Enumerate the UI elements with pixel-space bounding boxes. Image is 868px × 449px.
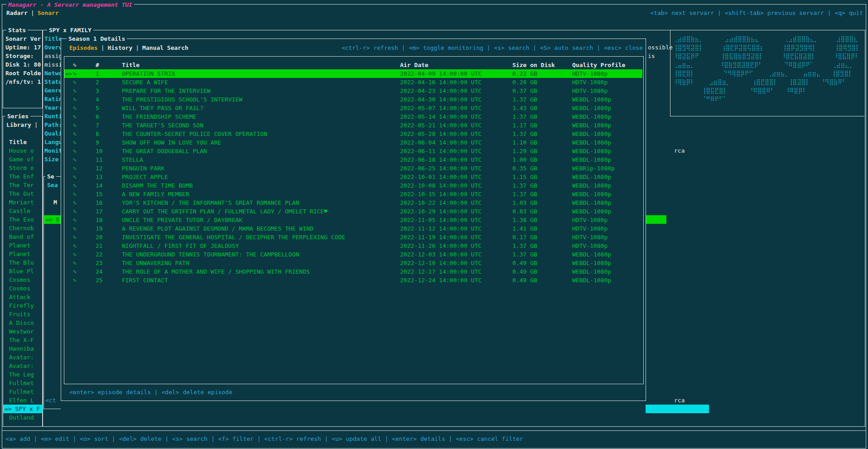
episode-row[interactable]: ✎19A REVENGE PLOT AGAINST DESMOND / MAMA…: [64, 224, 642, 233]
episode-row[interactable]: ✎3PREPARE FOR THE INTERVIEW2022-04-23 14…: [64, 87, 642, 95]
series-list-item[interactable]: Fullmet: [9, 379, 34, 387]
episode-row[interactable]: ✎23THE UNWAVERING PATH2022-12-10 14:00:0…: [64, 259, 642, 267]
series-list-item[interactable]: Band of: [9, 232, 34, 241]
series-list-item[interactable]: Fullmet: [9, 387, 34, 396]
modal-tab-divider: |: [132, 44, 142, 51]
episode-row[interactable]: ✎9SHOW OFF HOW IN LOVE YOU ARE2022-06-04…: [64, 138, 642, 147]
series-list-item[interactable]: The Exo: [9, 215, 34, 224]
episode-title: PENGUIN PARK: [122, 164, 164, 173]
series-list-item[interactable]: Cosmos: [9, 284, 30, 293]
library-tab-row: Library|: [6, 121, 38, 129]
series-list-item[interactable]: Chernob: [9, 224, 34, 232]
episode-size: 0.37 GB: [512, 87, 537, 95]
logo-art-line: ⢸⣿⣟⣿⡇ ⠙⠻⢿⣿⡿⠟⠋ ⢀⣴⣶⣦⡀ ⣤⣶⣶⣄ ⢸⣿⣻⣿⡇: [673, 69, 856, 77]
episode-row[interactable]: ✎18UNCLE THE PRIVATE TUTOR / DAYBREAK202…: [64, 216, 642, 224]
episode-edit-icon: ✎: [73, 233, 77, 241]
series-list-item[interactable]: Blue Pl: [9, 267, 34, 275]
episode-title: INVESTIGATE THE GENERAL HOSPITAL / DECIP…: [122, 233, 345, 241]
episode-size: 1.00 GB: [512, 155, 537, 164]
episode-edit-icon: ✎: [73, 224, 77, 233]
tab-history[interactable]: History: [107, 44, 132, 51]
episode-number: 14: [96, 181, 103, 190]
series-list-item[interactable]: Hanniba: [9, 344, 34, 353]
episode-quality: HDTV-1080p: [572, 216, 608, 224]
series-list-item[interactable]: Storm o: [9, 164, 34, 172]
field-value-fragment: rca: [674, 396, 685, 405]
episode-row[interactable]: ✎11STELLA2022-06-18 14:00:00 UTC1.00 GBW…: [64, 155, 642, 164]
episode-size: 0.17 GB: [512, 233, 537, 241]
episode-row[interactable]: ✎20INVESTIGATE THE GENERAL HOSPITAL / DE…: [64, 233, 642, 241]
episode-edit-icon: ✎: [73, 130, 77, 138]
series-list-item[interactable]: House o: [9, 146, 34, 155]
tab-library[interactable]: Library: [6, 121, 31, 128]
tab-sonarr[interactable]: Sonarr: [38, 10, 59, 16]
episode-row[interactable]: ✎2SECURE A WIFE2022-04-16 14:00:00 UTC0.…: [64, 78, 642, 87]
logo-art-line: ⢀⣤⣶⣤⡀ ⠸⣿⣷⣻⣿⣽⣿⣟⡿⠃ ⠙⠿⣿⣾⡿⠟⠁ ⢀⣴⣶⣄⡀: [673, 60, 857, 69]
episode-row[interactable]: ✎21NIGHTFALL / FIRST FIT OF JEALOUSY2022…: [64, 241, 642, 250]
tab-manual-search[interactable]: Manual Search: [142, 44, 188, 51]
episode-title: THE PRESTIGIOUS SCHOOL'S INTERVIEW: [122, 95, 242, 104]
series-list-item[interactable]: Attack: [9, 293, 30, 301]
episode-edit-icon: ✎: [73, 181, 77, 190]
field-label-fragment: Monit: [44, 146, 62, 155]
episode-row[interactable]: ✎16YOR'S KITCHEN / THE INFORMANT'S GREAT…: [64, 198, 642, 207]
series-list-item[interactable]: Avatar:: [9, 353, 34, 362]
episode-row[interactable]: ✎5WILL THEY PASS OR FAIL?2022-05-07 14:0…: [64, 104, 642, 112]
episode-row[interactable]: ✎4THE PRESTIGIOUS SCHOOL'S INTERVIEW2022…: [64, 95, 642, 104]
series-list-item[interactable]: The Out: [9, 189, 34, 198]
series-list-item[interactable]: The Blu: [9, 258, 34, 267]
episode-air-date: 2022-05-21 14:00:00 UTC: [400, 121, 482, 130]
series-list-item[interactable]: Elfen L: [9, 396, 34, 405]
episode-quality: HDTV-1080p: [572, 233, 608, 241]
episode-air-date: 2022-10-15 14:00:00 UTC: [400, 190, 482, 198]
episode-row[interactable]: ✎24THE ROLE OF A MOTHER AND WIFE / SHOPP…: [64, 267, 642, 276]
episode-row[interactable]: ✎17CARRY OUT THE GRIFFIN PLAN / FULLMETA…: [64, 207, 642, 216]
episode-row[interactable]: ✎15A NEW FAMILY MEMBER2022-10-15 14:00:0…: [64, 190, 642, 198]
episode-edit-icon: ✎: [73, 216, 77, 224]
episode-size: 0.49 GB: [512, 259, 537, 267]
episode-row[interactable]: ✎8THE COUNTER-SECRET POLICE COVER OPERAT…: [64, 130, 642, 138]
episode-size: 1.10 GB: [512, 138, 537, 147]
series-list-item[interactable]: Castle: [9, 207, 30, 215]
series-list-item[interactable]: Planet: [9, 241, 30, 250]
episode-row[interactable]: =>✎1OPERATION STRIX2022-04-09 14:00:00 U…: [64, 69, 642, 78]
series-list-item[interactable]: Westwor: [9, 327, 34, 336]
episode-row[interactable]: ✎25FIRST CONTACT2022-12-24 14:00:00 UTC0…: [64, 276, 642, 285]
series-list-item[interactable]: A Disco: [9, 319, 34, 327]
series-list-item[interactable]: Avatar:: [9, 362, 34, 370]
series-list-item[interactable]: Firefly: [9, 301, 34, 310]
series-list-item[interactable]: The Ter: [9, 181, 34, 189]
episode-number: 17: [96, 207, 103, 216]
episode-quality: WEBDL-1080p: [572, 104, 611, 112]
episode-row[interactable]: ✎10THE GREAT DODGEBALL PLAN2022-06-11 14…: [64, 147, 642, 155]
tab-episodes[interactable]: Episodes: [69, 44, 98, 51]
field-label-fragment: Title: [44, 34, 62, 43]
episode-number: 6: [96, 112, 99, 121]
episode-row[interactable]: ✎14DISARM THE TIME BOMB2022-10-08 14:00:…: [64, 181, 642, 190]
episode-size: 1.38 GB: [512, 216, 537, 224]
series-list-item[interactable]: The Leg: [9, 370, 34, 379]
episode-row[interactable]: ✎13PROJECT APPLE2022-10-01 14:00:00 UTC1…: [64, 173, 642, 181]
series-list-item[interactable]: Moriart: [9, 198, 34, 207]
servarr-tabs: Radarr|Sonarr: [6, 9, 59, 17]
series-list-item-selected[interactable]: => SPY x F: [3, 405, 43, 413]
logo-art-line: ⠸⣿⣽⣯⡿⠟ ⢸⣿⣯⣿⣷⣿⣻⣽⣿⡇ ⠸⣿⣟⣯⣿⣽⣿⡇ ⠸⣿⣯⣿⡿⠇: [673, 52, 859, 60]
episode-row[interactable]: ✎22THE UNDERGROUND TENNIS TOURNAMENT: TH…: [64, 250, 642, 259]
episode-row[interactable]: ✎12PENGUIN PARK2022-06-25 14:00:00 UTC0.…: [64, 164, 642, 173]
series-list-item[interactable]: Cosmos: [9, 275, 30, 284]
episode-row[interactable]: ✎7THE TARGET'S SECOND SON2022-05-21 14:0…: [64, 121, 642, 130]
series-list-item[interactable]: Planet: [9, 250, 30, 258]
episode-title: THE UNDERGROUND TENNIS TOURNAMENT: THE C…: [122, 250, 299, 259]
series-list-item[interactable]: The X-F: [9, 336, 34, 344]
episode-edit-icon: ✎: [73, 190, 77, 198]
column-header-size: Size on Disk: [512, 61, 555, 69]
series-list-item[interactable]: Fruits: [9, 310, 30, 319]
series-list-item[interactable]: Outland: [9, 413, 34, 422]
episode-edit-icon: ✎: [73, 241, 77, 250]
series-list-item[interactable]: The Enf: [9, 172, 34, 181]
episode-quality: HDTV-1080p: [572, 78, 608, 87]
tab-radarr[interactable]: Radarr: [6, 10, 28, 16]
episode-title: THE COUNTER-SECRET POLICE COVER OPERATIO…: [122, 130, 267, 138]
episode-row[interactable]: ✎6THE FRIENDSHIP SCHEME2022-05-14 14:00:…: [64, 112, 642, 121]
series-list-item[interactable]: Game of: [9, 155, 34, 164]
